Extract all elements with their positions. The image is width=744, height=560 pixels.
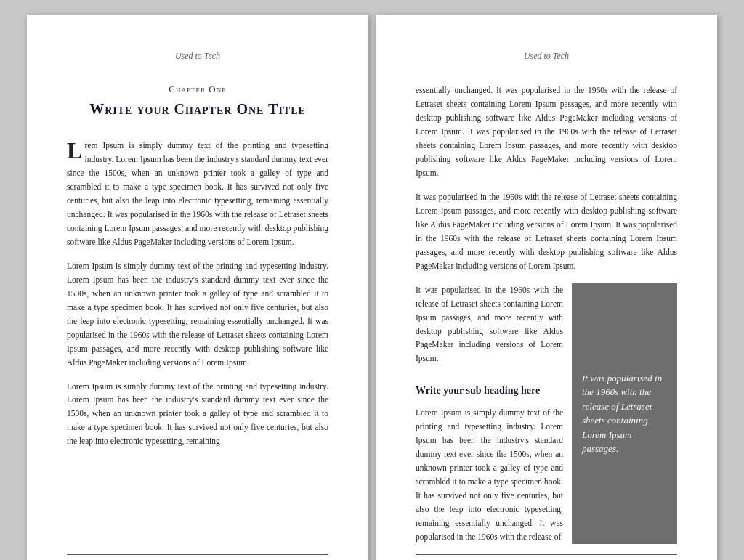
left-page-header: Used to Tech [67,51,328,62]
right-paragraph-2: It was popularised in the 1960s with the… [416,190,677,273]
pullquote-text: It was popularised in the 1960s with the… [582,371,667,456]
left-page: Used to Tech Chapter One Write your Chap… [27,15,368,560]
document-spread: Used to Tech Chapter One Write your Chap… [12,0,732,560]
pullquote-section: It was popularised in the 1960s with the… [416,283,677,545]
paragraph-1: Lrem Ipsum is simply dummy text of the p… [67,139,328,249]
pullquote-left-text: It was popularised in the 1960s with the… [416,283,572,545]
right-page-header: Used to Tech [416,51,677,62]
chapter-title: Write your Chapter One Title [67,100,328,118]
paragraph-1-text: rem Ipsum is simply dummy text of the pr… [67,141,328,246]
pullquote-box: It was popularised in the 1960s with the… [572,283,677,545]
right-paragraph-3: It was popularised in the 1960s with the… [416,283,563,366]
right-paragraph-4: Lorem Ipsum is simply dummy text of the … [416,406,563,544]
right-page-footer: Part 1: Write Your Title 3 [416,554,677,560]
paragraph-2: Lorem Ipsum is simply dummy text of the … [67,259,328,370]
left-page-footer: Part 1: Write Your Title 2 [67,554,328,560]
paragraph-3: Lorem Ipsum is simply dummy text of the … [67,380,328,449]
chapter-label: Chapter One [67,84,328,95]
subheading: Write your sub heading here [416,382,563,399]
right-paragraph-1: essentially unchanged. It was popularise… [416,84,677,180]
right-page: Used to Tech essentially unchanged. It w… [376,15,717,560]
